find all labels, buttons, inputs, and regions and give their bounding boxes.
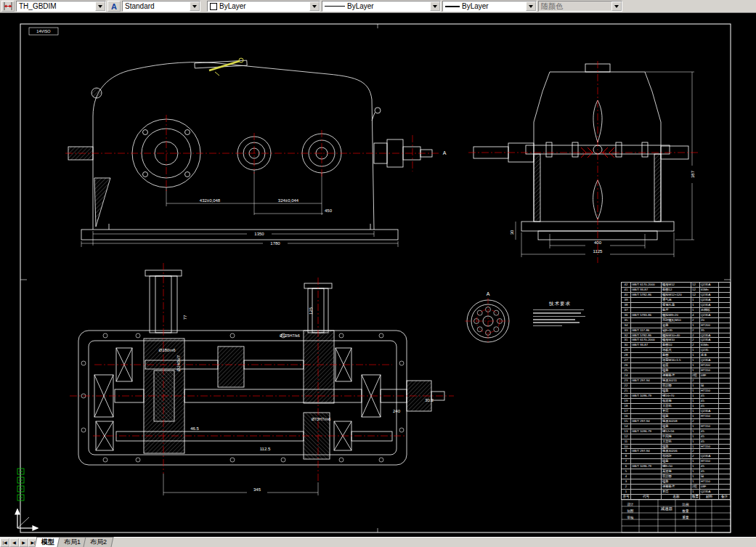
drawing-text: 450 <box>325 208 333 213</box>
parts-table-row: 22密封圈1毡 <box>622 383 730 388</box>
notes-line <box>533 312 581 314</box>
drawing-text: 设计 <box>627 502 635 506</box>
drawing-text: 387 <box>691 170 695 178</box>
drawing-text: Ø180m6 <box>158 348 176 352</box>
drawing-text: A <box>487 291 490 296</box>
drawing-canvas[interactable]: 14VISO432±0,048324±0,04445013501780A3873… <box>0 13 756 537</box>
drawing-text: 112.5 <box>260 447 271 451</box>
chevron-down-icon[interactable] <box>95 1 105 11</box>
tab-model-label: 模型 <box>41 538 54 546</box>
parts-table-row: 40GB/T 5782-86螺栓M12×12012Q235A <box>622 292 730 297</box>
tab-scroll-first-button[interactable]: |◀ <box>0 538 9 547</box>
end-view-centerlines <box>468 61 699 263</box>
toolbar-separator <box>202 0 206 12</box>
color-value: ByLayer <box>217 2 309 10</box>
tab-scroll-next-button[interactable]: ▶ <box>19 538 28 547</box>
parts-table-row: 33GB/T 117-86销8×35235 <box>622 328 730 333</box>
end-view-dimensions <box>516 72 694 257</box>
parts-table-row: 9GB/T 297-94轴承302062 <box>622 448 730 453</box>
notes-line <box>533 325 562 327</box>
parts-table-row: 23GB/T 297-94轴承302112 <box>622 378 730 383</box>
drawing-text: Ø73H7/m6 <box>312 417 331 421</box>
drawing-text: Ø240H7 <box>176 354 181 371</box>
parts-table-row: 32GB/T 5782-86螺栓M10×402Q235A <box>622 333 730 338</box>
drawing-text: 1780 <box>270 241 280 246</box>
parts-table-row: 13GB/T 1096-79键12×56145 <box>622 429 730 434</box>
parts-list-rows: 42GB/T 6170-2000螺母M1212Q235A41GB/T 93-87… <box>622 283 730 499</box>
drawing-text: 14VISO <box>36 29 51 33</box>
technical-notes-title: 技术要求 <box>532 301 588 307</box>
dim-style-button[interactable] <box>1 1 15 12</box>
lineweight-combo[interactable]: ByLayer <box>442 1 537 12</box>
drawing-text: 77 <box>183 315 187 320</box>
toolbar: TH_GBDIM A Standard ByLayer ByLayer ByLa… <box>0 0 756 13</box>
linetype-value: ByLayer <box>345 2 430 10</box>
parts-table-row: 36GB/T 5783-86螺栓M8×204Q235A <box>622 312 730 317</box>
chevron-down-icon[interactable] <box>526 1 536 11</box>
title-block <box>622 500 731 532</box>
parts-table-row: 17套筒1Q235A <box>622 408 730 413</box>
text-style-combo[interactable]: Standard <box>122 1 200 12</box>
technical-notes: 技术要求 <box>532 301 588 326</box>
drawing-text: 数量 <box>683 509 690 513</box>
lineweight-value: ByLayer <box>460 2 526 10</box>
cad-window: TH_GBDIM A Standard ByLayer ByLayer ByLa… <box>0 0 756 547</box>
parts-table-row: 6GB/T 1096-79键8×50145 <box>622 463 730 469</box>
parts-table-row: 37垫片1石棉纸 <box>622 307 730 312</box>
parts-table-row: 26箱座1HT200 <box>622 362 730 368</box>
plot-style-value: 随颜色 <box>539 1 611 12</box>
dim-style-combo[interactable]: TH_GBDIM <box>16 1 106 12</box>
drawing-text: 减速器 <box>661 506 673 511</box>
parts-table-header: 序号代号名称数量材料备注 <box>622 494 730 499</box>
text-style-value: Standard <box>123 2 190 10</box>
tab-layout2-label: 布局2 <box>90 538 107 546</box>
chevron-down-icon[interactable] <box>430 1 440 11</box>
drawing-text: 审核 <box>627 516 635 519</box>
chevron-down-icon[interactable] <box>309 1 320 11</box>
notes-line <box>533 322 580 323</box>
drawing-text: 1125 <box>593 249 603 254</box>
parts-table-row: 41GB/T 93-87垫圈121265Mn <box>622 287 730 292</box>
side-view-centerlines <box>65 115 439 192</box>
color-combo[interactable]: ByLayer <box>207 1 320 12</box>
notes-line <box>533 316 585 317</box>
parts-table-row: 21端盖1HT150 <box>622 388 730 393</box>
parts-table-row: 11大齿轮145 <box>622 439 730 444</box>
drawing-text: 制图 <box>627 509 634 513</box>
detail-a-view <box>465 298 511 344</box>
linetype-combo[interactable]: ByLayer <box>322 1 441 12</box>
parts-table-row: 19低速轴145 <box>622 398 730 403</box>
drawing-text: Ø125H7/k6 <box>280 333 300 338</box>
parts-table-cell: 代号 <box>630 495 661 499</box>
parts-table-row: 3端盖1HT150 <box>622 479 730 484</box>
drawing-text: A <box>443 150 447 155</box>
drawing-text: 400 <box>594 240 602 245</box>
text-style-button[interactable]: A <box>107 1 121 12</box>
tab-layout1-label: 布局1 <box>64 538 81 546</box>
parts-table-row: 7端盖1HT150 <box>622 458 730 463</box>
drawing-text: 重量 <box>683 515 690 519</box>
chevron-down-icon <box>611 1 622 11</box>
drawing-text: 30.2 <box>425 398 434 402</box>
statusbar: |◀ ◀ ▶ ▶| 模型 布局1 布局2 <box>0 537 756 547</box>
tab-layout2[interactable]: 布局2 <box>84 537 114 547</box>
plot-style-combo: 随颜色 <box>538 1 622 12</box>
parts-table-row: 29油标尺1Q235 <box>622 347 730 352</box>
parts-table-row: 35吊环螺钉M10220 <box>622 317 730 323</box>
parts-table-row: 1套筒1Q235A <box>622 489 730 494</box>
drawing-text: 432±0,048 <box>200 198 221 203</box>
tab-scroll-prev-button[interactable]: ◀ <box>9 538 19 547</box>
dim-style-icon <box>3 1 13 11</box>
lineweight-icon <box>445 6 460 7</box>
drawing-text: 46.5 <box>190 426 199 431</box>
parts-table-row: 16端盖1HT150 <box>622 413 730 418</box>
drawing-text: 30 <box>510 230 514 235</box>
end-view <box>473 64 688 240</box>
drawing-text: 125 <box>309 307 313 315</box>
drawing-text: 240 <box>393 409 401 413</box>
chevron-down-icon[interactable] <box>190 1 200 11</box>
parts-table-row: 15GB/T 297-94轴承302082 <box>622 418 730 424</box>
parts-table-row: 30GB/T 93-87垫圈10265Mn <box>622 342 730 347</box>
parts-table-row: 12中间轴145 <box>622 434 730 439</box>
parts-table-row: 8挡油环2Q235A <box>622 453 730 458</box>
